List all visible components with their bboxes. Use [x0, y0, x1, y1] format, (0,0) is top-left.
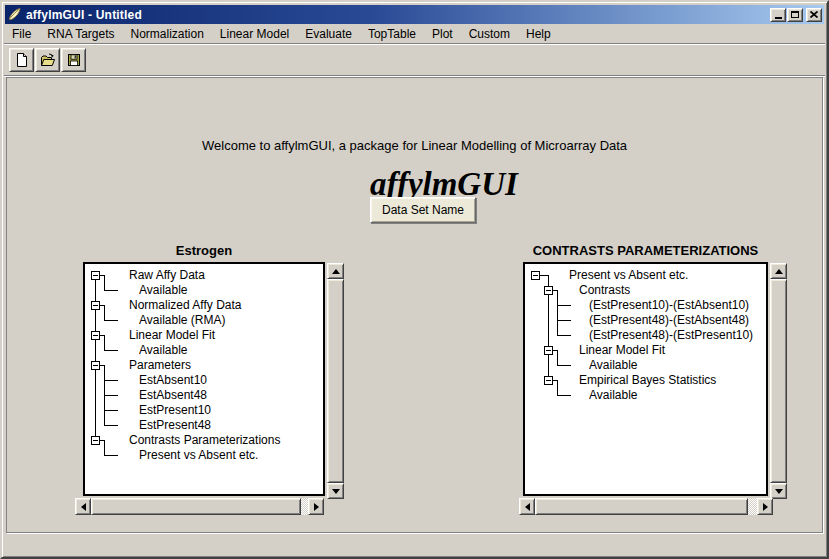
collapse-toggle-icon[interactable] [91, 301, 100, 310]
tree-node-label[interactable]: EstAbsent10 [139, 373, 207, 388]
tree-line [557, 350, 558, 365]
menu-item-normalization[interactable]: Normalization [123, 24, 212, 43]
menu-item-evaluate[interactable]: Evaluate [297, 24, 360, 43]
tree-line [104, 410, 118, 411]
tree-node-label[interactable]: Present vs Absent etc. [569, 268, 688, 283]
menu-item-toptable[interactable]: TopTable [360, 24, 424, 43]
scroll-down-button[interactable] [327, 483, 344, 499]
welcome-text: Welcome to affylmGUI, a package for Line… [202, 138, 627, 153]
tree-node-label[interactable]: Normalized Affy Data [129, 298, 242, 313]
tree-line [557, 290, 558, 335]
menu-item-file[interactable]: File [4, 24, 39, 43]
open-file-button[interactable] [35, 48, 60, 72]
collapse-toggle-icon[interactable] [91, 271, 100, 280]
tree-line [557, 320, 571, 321]
collapse-toggle-icon[interactable] [91, 361, 100, 370]
title-bar[interactable]: affylmGUI - Untitled [5, 5, 824, 24]
collapse-toggle-icon[interactable] [544, 286, 553, 295]
right-tree-canvas: Present vs Absent etc.Contrasts(EstPrese… [525, 264, 766, 494]
left-tree-title: Estrogen [83, 243, 325, 258]
new-file-icon [14, 52, 30, 68]
tree-node-label[interactable]: Contrasts Parameterizations [129, 433, 280, 448]
tree-node-label[interactable]: EstPresent48 [139, 418, 211, 433]
tree-node-label[interactable]: Present vs Absent etc. [139, 448, 258, 463]
tree-line [104, 395, 118, 396]
collapse-toggle-icon[interactable] [91, 436, 100, 445]
tree-node-label[interactable]: Available [139, 283, 187, 298]
tree-line [104, 275, 105, 290]
tree-node-label[interactable]: (EstPresent48)-(EstPresent10) [589, 328, 753, 343]
collapse-toggle-icon[interactable] [544, 346, 553, 355]
arrow-right-icon [763, 503, 768, 511]
tree-line [104, 320, 118, 321]
scroll-right-button[interactable] [757, 498, 773, 515]
tree-node-label[interactable]: Available [139, 343, 187, 358]
left-tree-vscroll-thumb[interactable] [327, 279, 344, 483]
open-folder-icon [40, 52, 56, 68]
tree-node-label[interactable]: (EstPresent10)-(EstAbsent10) [589, 298, 749, 313]
tree-line [104, 350, 118, 351]
tree-node-label[interactable]: Empirical Bayes Statistics [579, 373, 716, 388]
tree-node-label[interactable]: EstAbsent48 [139, 388, 207, 403]
tree-node-label[interactable]: Linear Model Fit [129, 328, 215, 343]
tree-node-label[interactable]: (EstPresent48)-(EstAbsent48) [589, 313, 749, 328]
collapse-toggle-icon[interactable] [544, 376, 553, 385]
menu-item-plot[interactable]: Plot [424, 24, 461, 43]
tree-line [557, 365, 571, 366]
arrow-right-icon [314, 503, 319, 511]
right-tree-hscroll-thumb[interactable] [535, 498, 748, 515]
menu-bar: FileRNA TargetsNormalizationLinear Model… [4, 24, 825, 43]
tree-node-label[interactable]: EstPresent10 [139, 403, 211, 418]
tree-line [104, 380, 118, 381]
arrow-left-icon [525, 503, 530, 511]
scroll-right-button[interactable] [308, 498, 324, 515]
collapse-toggle-icon[interactable] [91, 331, 100, 340]
collapse-toggle-icon[interactable] [531, 271, 540, 280]
menu-item-custom[interactable]: Custom [461, 24, 518, 43]
tree-line [104, 425, 118, 426]
scroll-left-button[interactable] [519, 498, 535, 515]
minimize-button[interactable] [770, 8, 786, 22]
right-tree-vscrollbar[interactable] [770, 263, 787, 499]
tree-line [104, 335, 105, 350]
tree-node-label[interactable]: Available (RMA) [139, 313, 225, 328]
scroll-left-button[interactable] [75, 498, 91, 515]
save-file-button[interactable] [61, 48, 86, 72]
tree-node-label[interactable]: Contrasts [579, 283, 630, 298]
right-tree-hscrollbar[interactable] [519, 498, 773, 515]
data-set-name-button[interactable]: Data Set Name [370, 197, 476, 223]
left-tree-canvas: Raw Affy DataAvailableNormalized Affy Da… [85, 264, 323, 494]
left-tree[interactable]: Raw Affy DataAvailableNormalized Affy Da… [83, 262, 325, 496]
scroll-down-button[interactable] [770, 483, 787, 499]
tree-node-label[interactable]: Available [589, 388, 637, 403]
tree-node-label[interactable]: Linear Model Fit [579, 343, 665, 358]
window-controls [770, 8, 824, 22]
save-floppy-icon [66, 52, 82, 68]
tree-line [104, 290, 118, 291]
new-file-button[interactable] [9, 48, 34, 72]
tree-node-label[interactable]: Raw Affy Data [129, 268, 205, 283]
maximize-button[interactable] [787, 8, 803, 22]
scroll-up-button[interactable] [327, 263, 344, 279]
arrow-down-icon [332, 489, 340, 494]
arrow-up-icon [775, 269, 783, 274]
application-window: affylmGUI - Untitled FileRNA TargetsNorm… [0, 0, 829, 559]
right-tree-vscroll-thumb[interactable] [770, 279, 787, 483]
right-tree[interactable]: Present vs Absent etc.Contrasts(EstPrese… [523, 262, 768, 496]
tree-node-label[interactable]: Available [589, 358, 637, 373]
close-button[interactable] [806, 8, 822, 22]
left-tree-vscrollbar[interactable] [327, 263, 344, 499]
tree-node-label[interactable]: Parameters [129, 358, 191, 373]
window-title: affylmGUI - Untitled [26, 8, 142, 22]
left-tree-hscroll-thumb[interactable] [91, 498, 301, 515]
scroll-up-button[interactable] [770, 263, 787, 279]
menu-item-rna-targets[interactable]: RNA Targets [39, 24, 122, 43]
maximize-icon [791, 11, 799, 18]
menu-item-linear-model[interactable]: Linear Model [212, 24, 297, 43]
tree-line [557, 380, 558, 395]
left-tree-hscrollbar[interactable] [75, 498, 324, 515]
arrow-down-icon [775, 489, 783, 494]
arrow-up-icon [332, 269, 340, 274]
menu-item-help[interactable]: Help [518, 24, 559, 43]
right-tree-title: CONTRASTS PARAMETERIZATIONS [523, 243, 768, 258]
